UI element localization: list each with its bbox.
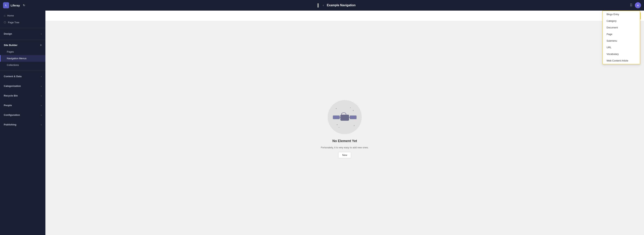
topbar-logo: L Liferay ↻ — [3, 2, 41, 8]
dropdown-item-document[interactable]: Document — [603, 24, 640, 31]
svg-point-16 — [356, 119, 356, 119]
svg-point-11 — [353, 110, 354, 111]
sidebar-item-collections[interactable]: Collections — [0, 62, 46, 68]
sidebar-recycle-bin-label: Recycle Bin — [4, 94, 18, 97]
sidebar-group-categorization[interactable]: Categorization › — [0, 83, 46, 89]
panel-toggle-icon[interactable]: ▐ — [315, 2, 320, 8]
sidebar-item-navigation-menus[interactable]: Navigation Menus — [0, 55, 46, 62]
empty-illustration — [326, 98, 364, 136]
sidebar-people-section: People › — [0, 100, 46, 110]
chevron-right-icon-4: › — [41, 94, 42, 97]
back-button[interactable]: ‹ — [323, 4, 324, 7]
sidebar-group-site-builder[interactable]: Site Builder ∨ — [0, 42, 46, 48]
dropdown-item-blogs-entry[interactable]: Blogs Entry — [603, 11, 640, 18]
svg-rect-3 — [340, 115, 349, 120]
sidebar-top-section: ⌂ Home ⎔ Page Tree — [0, 10, 46, 27]
sidebar-group-publishing[interactable]: Publishing › — [0, 121, 46, 128]
main-content: + Blogs Entry Category Document Page Sub… — [46, 0, 644, 235]
svg-point-15 — [339, 127, 340, 128]
topbar-right: ⠿ A — [630, 2, 641, 8]
empty-subtitle: Fortunately, it is very easy to add new … — [321, 146, 369, 149]
sidebar-divider-3 — [0, 70, 46, 71]
empty-title: No Element Yet — [332, 139, 357, 143]
sidebar-categorization-section: Categorization › — [0, 81, 46, 91]
sidebar: ⌂ Home ⎔ Page Tree Design › Site Builder… — [0, 0, 46, 235]
sidebar-recycle-section: Recycle Bin › — [0, 91, 46, 100]
user-avatar[interactable]: A — [635, 2, 641, 8]
sidebar-site-builder-section: Site Builder ∨ Pages Navigation Menus Co… — [0, 40, 46, 70]
svg-point-10 — [336, 108, 336, 109]
add-dropdown-menu: Blogs Entry Category Document Page Subme… — [602, 10, 640, 64]
dropdown-item-category[interactable]: Category — [603, 18, 640, 24]
chevron-down-icon: ∨ — [40, 44, 42, 46]
topbar-title: Example Navigation — [327, 4, 356, 7]
sidebar-divider-2 — [0, 39, 46, 40]
empty-new-button[interactable]: New — [338, 152, 351, 158]
sidebar-group-recycle-bin[interactable]: Recycle Bin › — [0, 92, 46, 99]
topbar-sync-icon: ↻ — [23, 4, 25, 7]
chevron-right-icon-7: › — [41, 124, 42, 126]
main-toolbar: + Blogs Entry Category Document Page Sub… — [46, 10, 644, 21]
home-icon: ⌂ — [4, 14, 5, 17]
sidebar-item-home[interactable]: ⌂ Home — [0, 12, 46, 19]
dropdown-item-page[interactable]: Page — [603, 31, 640, 38]
svg-rect-6 — [350, 116, 356, 119]
topbar-center: ▐ ‹ Example Navigation — [43, 2, 628, 8]
dropdown-item-web-content-article[interactable]: Web Content Article — [603, 57, 640, 64]
sidebar-page-tree-label: Page Tree — [8, 21, 19, 24]
chevron-right-icon: › — [41, 33, 42, 35]
svg-rect-4 — [333, 116, 340, 119]
sidebar-people-label: People — [4, 104, 12, 107]
sidebar-content-section: Content & Data › — [0, 72, 46, 81]
sidebar-divider-1 — [0, 28, 46, 28]
sidebar-site-builder-label: Site Builder — [4, 44, 18, 46]
sidebar-collections-label: Collections — [7, 64, 19, 66]
dropdown-item-submenu[interactable]: Submenu — [603, 38, 640, 44]
sidebar-group-configuration[interactable]: Configuration › — [0, 112, 46, 118]
dropdown-item-vocabulary[interactable]: Vocabulary — [603, 51, 640, 57]
dropdown-item-url[interactable]: URL — [603, 44, 640, 51]
page-tree-icon: ⎔ — [4, 21, 6, 24]
sidebar-design-label: Design — [4, 32, 12, 35]
sidebar-item-pages[interactable]: Pages — [0, 48, 46, 55]
topbar-app-name: Liferay — [10, 4, 20, 7]
chevron-right-icon-5: › — [41, 104, 42, 106]
sidebar-item-page-tree[interactable]: ⎔ Page Tree — [0, 19, 46, 26]
chevron-right-icon-2: › — [41, 75, 42, 78]
empty-state: No Element Yet Fortunately, it is very e… — [46, 21, 644, 235]
sidebar-group-people[interactable]: People › — [0, 102, 46, 108]
chevron-right-icon-3: › — [41, 85, 42, 87]
liferay-logo-icon: L — [3, 2, 9, 8]
sidebar-content-data-label: Content & Data — [4, 75, 22, 78]
sidebar-publishing-section: Publishing › — [0, 120, 46, 130]
sidebar-categorization-label: Categorization — [4, 84, 21, 88]
apps-grid-icon[interactable]: ⠿ — [630, 3, 633, 8]
sidebar-pages-label: Pages — [7, 50, 14, 53]
svg-point-17 — [334, 119, 335, 119]
sidebar-home-label: Home — [7, 14, 14, 17]
sidebar-sub-site-builder: Pages Navigation Menus Collections — [0, 48, 46, 68]
sidebar-configuration-label: Configuration — [4, 114, 20, 116]
sidebar-group-design[interactable]: Design › — [0, 30, 46, 37]
svg-point-13 — [354, 125, 354, 126]
sidebar-configuration-section: Configuration › — [0, 110, 46, 120]
sidebar-design-section: Design › — [0, 29, 46, 38]
chevron-right-icon-6: › — [41, 114, 42, 116]
sidebar-nav-menus-label: Navigation Menus — [7, 57, 26, 60]
topbar: L Liferay ↻ ▐ ‹ Example Navigation ⠿ A — [0, 0, 644, 10]
sidebar-group-content-data[interactable]: Content & Data › — [0, 73, 46, 80]
sidebar-publishing-label: Publishing — [4, 123, 16, 126]
svg-point-14 — [350, 107, 351, 108]
svg-point-12 — [337, 124, 338, 125]
